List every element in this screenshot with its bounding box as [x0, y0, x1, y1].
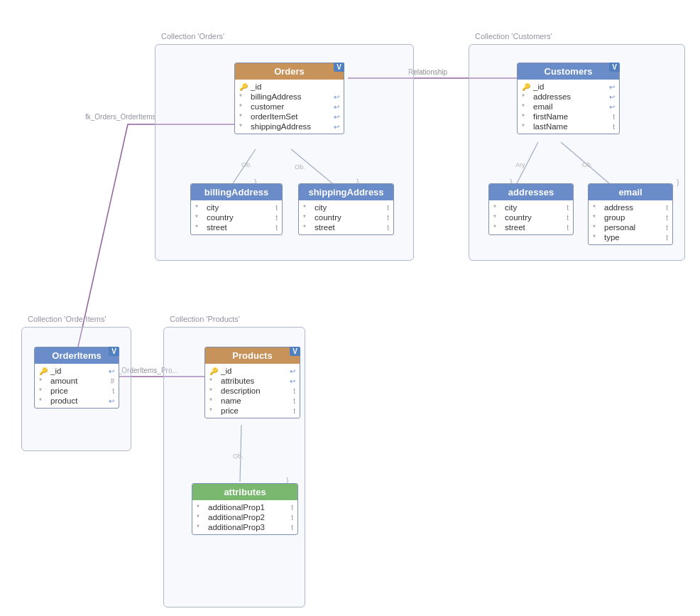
key-icon: 🔑 — [239, 83, 248, 91]
field-email-type: * type t — [589, 232, 672, 242]
entity-customers-fields: 🔑 _id ↩ * addresses ↩ * email ↩ * firstN… — [518, 80, 619, 134]
entity-products-name: Products — [232, 350, 272, 361]
asterisk-icon: * — [239, 103, 248, 111]
arrow-icon: ↩ — [609, 83, 615, 91]
entity-customers-header: Customers V — [518, 63, 619, 80]
asterisk-icon: * — [303, 204, 312, 212]
asterisk-icon: * — [593, 234, 601, 242]
entity-billingaddress[interactable]: billingAddress * city t * country t * st… — [190, 183, 283, 235]
asterisk-icon: * — [493, 214, 502, 222]
field-email-personal: * personal t — [589, 222, 672, 232]
entity-products-header: Products V — [205, 347, 300, 364]
entity-email-name: email — [618, 187, 642, 198]
key-icon: 🔑 — [209, 367, 218, 375]
key-icon: 🔑 — [39, 367, 48, 375]
orders-v-badge: V — [334, 63, 344, 72]
asterisk-icon: * — [209, 397, 218, 405]
asterisk-icon: * — [593, 204, 601, 212]
asterisk-icon: * — [197, 504, 205, 512]
field-email-group: * group t — [589, 212, 672, 222]
entity-orderitems-header: OrderItems V — [35, 347, 119, 364]
field-prod-attributes: * attributes ↩ — [205, 376, 300, 386]
orderitems-v-badge: V — [109, 347, 119, 356]
entity-customers[interactable]: Customers V 🔑 _id ↩ * addresses ↩ * emai… — [517, 63, 620, 134]
asterisk-icon: * — [239, 113, 248, 121]
entity-email-fields: * address t * group t * personal t * typ… — [589, 200, 672, 244]
field-customers-email: * email ↩ — [518, 102, 619, 112]
field-addresses-city: * city t — [489, 202, 573, 212]
asterisk-icon: * — [39, 377, 48, 385]
collection-products-label: Collection 'Products' — [170, 315, 240, 323]
arrow-icon: ↩ — [290, 377, 295, 385]
field-shipping-country: * country t — [299, 212, 393, 222]
diagram-canvas: Relationship Ob. Ob. Ary Ob. fk_Orders_O… — [0, 0, 700, 616]
field-addresses-country: * country t — [489, 212, 573, 222]
arrow-icon: ↩ — [334, 113, 339, 121]
field-customers-addresses: * addresses ↩ — [518, 92, 619, 102]
entity-email[interactable]: email * address t * group t * personal t… — [588, 183, 673, 245]
entity-orders[interactable]: Orders V 🔑 _id * billingAddress ↩ * cust… — [234, 63, 344, 134]
entity-addresses-fields: * city t * country t * street t — [489, 200, 573, 234]
entity-customers-name: Customers — [545, 66, 593, 77]
entity-billingaddress-name: billingAddress — [204, 187, 268, 198]
field-oi-amount: * amount # — [35, 376, 119, 386]
entity-email-header: email — [589, 184, 672, 200]
field-oi-id: 🔑 _id ↩ — [35, 366, 119, 376]
field-prod-id: 🔑 _id ↩ — [205, 366, 300, 376]
entity-addresses[interactable]: addresses * city t * country t * street … — [488, 183, 574, 235]
field-customers-firstname: * firstName t — [518, 112, 619, 121]
entity-orders-name: Orders — [274, 66, 305, 77]
field-orders-shipping: * shippingAddress ↩ — [235, 121, 344, 131]
arrow-icon: ↩ — [109, 397, 114, 405]
entity-billingaddress-fields: * city t * country t * street t — [191, 200, 282, 234]
asterisk-icon: * — [493, 224, 502, 232]
entity-shippingaddress[interactable]: shippingAddress * city t * country t * s… — [298, 183, 394, 235]
field-shipping-street: * street t — [299, 222, 393, 232]
asterisk-icon: * — [522, 113, 530, 121]
field-oi-product: * product ↩ — [35, 396, 119, 406]
entity-billingaddress-header: billingAddress — [191, 184, 282, 200]
field-billing-street: * street t — [191, 222, 282, 232]
collection-orderitems-label: Collection 'OrderItems' — [28, 315, 106, 323]
asterisk-icon: * — [197, 524, 205, 531]
field-shipping-city: * city t — [299, 202, 393, 212]
entity-orders-fields: 🔑 _id * billingAddress ↩ * customer ↩ * … — [235, 80, 344, 134]
arrow-icon: ↩ — [109, 367, 114, 375]
asterisk-icon: * — [195, 204, 204, 212]
field-billing-country: * country t — [191, 212, 282, 222]
asterisk-icon: * — [522, 103, 530, 111]
entity-attributes-header: attributes — [192, 484, 297, 500]
field-orders-orderitemset: * orderItemSet ↩ — [235, 112, 344, 121]
entity-attributes-fields: * additionalProp1 t * additionalProp2 t … — [192, 500, 297, 534]
entity-shippingaddress-header: shippingAddress — [299, 184, 393, 200]
field-prod-price: * price t — [205, 406, 300, 416]
asterisk-icon: * — [197, 514, 205, 522]
entity-attributes[interactable]: attributes * additionalProp1 t * additio… — [192, 483, 298, 535]
field-attr-prop1: * additionalProp1 t — [192, 502, 297, 512]
asterisk-icon: * — [593, 224, 601, 232]
key-icon: 🔑 — [522, 83, 530, 91]
asterisk-icon: * — [303, 214, 312, 222]
asterisk-icon: * — [39, 397, 48, 405]
asterisk-icon: * — [209, 387, 218, 395]
asterisk-icon: * — [239, 93, 248, 101]
field-prod-description: * description t — [205, 386, 300, 396]
field-orders-customer: * customer ↩ — [235, 102, 344, 112]
field-addresses-street: * street t — [489, 222, 573, 232]
arrow-icon: ↩ — [290, 367, 295, 375]
entity-products[interactable]: Products V 🔑 _id ↩ * attributes ↩ * desc… — [204, 347, 300, 418]
entity-addresses-header: addresses — [489, 184, 573, 200]
arrow-icon: ↩ — [609, 93, 615, 101]
entity-orderitems[interactable]: OrderItems V 🔑 _id ↩ * amount # * price … — [34, 347, 119, 409]
products-v-badge: V — [290, 347, 300, 356]
asterisk-icon: * — [39, 387, 48, 395]
asterisk-icon: * — [209, 377, 218, 385]
customers-v-badge: V — [609, 63, 620, 72]
field-orders-id: 🔑 _id — [235, 82, 344, 92]
asterisk-icon: * — [493, 204, 502, 212]
entity-shippingaddress-fields: * city t * country t * street t — [299, 200, 393, 234]
arrow-icon: ↩ — [334, 93, 339, 101]
field-oi-price: * price t — [35, 386, 119, 396]
entity-addresses-name: addresses — [508, 187, 554, 198]
asterisk-icon: * — [239, 123, 248, 131]
